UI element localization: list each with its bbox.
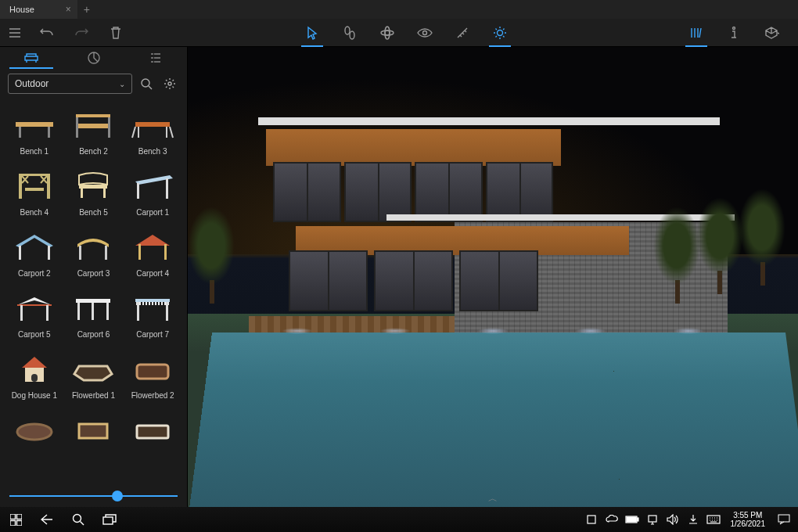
item-label: Bench 4 — [20, 208, 49, 219]
battery-icon[interactable] — [623, 507, 642, 532]
settings-button[interactable] — [160, 74, 179, 93]
orbit-tool[interactable] — [370, 19, 404, 47]
3d-view-toggle[interactable] — [754, 19, 789, 47]
keyboard-icon[interactable] — [704, 507, 723, 532]
item-thumbnail — [66, 103, 120, 147]
title-bar: House × + — [0, 0, 798, 19]
library-item[interactable]: Carport 7 — [124, 286, 181, 344]
search-button[interactable] — [137, 74, 156, 93]
onedrive-icon[interactable] — [602, 507, 621, 532]
pool-lights — [249, 328, 737, 336]
item-label: Carport 7 — [136, 330, 169, 341]
library-panel-toggle[interactable] — [679, 19, 714, 47]
menu-button[interactable] — [0, 19, 30, 47]
library-item[interactable]: Carport 5 — [6, 286, 63, 344]
library-item[interactable]: Dog House 1 — [6, 347, 63, 405]
item-label: Bench 5 — [79, 208, 108, 219]
svg-rect-37 — [46, 305, 49, 321]
svg-point-2 — [385, 31, 390, 35]
library-sidebar: Outdoor ⌄ Bench 1Bench 2Bench 3Bench 4Be… — [0, 47, 188, 507]
taskbar-clock[interactable]: 3:55 PM 1/26/2021 — [724, 511, 772, 528]
input-icon[interactable] — [684, 507, 703, 532]
library-item[interactable]: Carport 4 — [124, 225, 181, 283]
undo-button[interactable] — [30, 19, 64, 47]
thumbnail-size-slider[interactable] — [0, 485, 187, 507]
library-item[interactable]: Flowerbed 1 — [66, 347, 122, 405]
search-taskbar[interactable] — [63, 507, 94, 532]
svg-rect-25 — [137, 183, 139, 199]
library-item[interactable]: Bench 1 — [6, 103, 63, 161]
slider-track — [9, 495, 178, 497]
network-icon[interactable] — [643, 507, 662, 532]
library-item[interactable]: Bench 2 — [66, 103, 122, 161]
library-item[interactable] — [6, 408, 63, 466]
windows-taskbar: 3:55 PM 1/26/2021 — [0, 507, 798, 532]
date-text: 1/26/2021 — [731, 519, 766, 528]
tray-app-icon[interactable] — [582, 507, 601, 532]
furniture-tab[interactable] — [0, 47, 63, 69]
toolbar-right-group — [679, 19, 798, 47]
new-tab-button[interactable]: + — [77, 3, 96, 16]
library-grid: Bench 1Bench 2Bench 3Bench 4Bench 5Carpo… — [6, 103, 181, 466]
task-view-button[interactable] — [94, 507, 125, 532]
category-dropdown[interactable]: Outdoor ⌄ — [8, 74, 132, 94]
svg-rect-15 — [76, 117, 78, 138]
svg-marker-27 — [16, 235, 53, 247]
svg-rect-53 — [10, 514, 16, 519]
delete-button[interactable] — [99, 19, 133, 47]
library-item[interactable]: Flowerbed 2 — [124, 347, 181, 405]
slider-thumb[interactable] — [112, 491, 123, 501]
item-thumbnail — [126, 286, 179, 330]
materials-tab[interactable] — [63, 47, 125, 69]
svg-point-6 — [498, 30, 503, 35]
lighting-tool[interactable] — [483, 19, 517, 47]
3d-viewport[interactable]: ︿ — [188, 47, 798, 507]
svg-rect-49 — [137, 365, 168, 379]
library-item[interactable]: Carport 6 — [66, 286, 122, 344]
library-item[interactable]: Carport 2 — [6, 225, 63, 283]
library-item[interactable]: Carport 1 — [124, 164, 181, 222]
tree — [653, 194, 700, 304]
lower-windows — [289, 250, 538, 311]
item-thumbnail — [8, 286, 61, 330]
item-thumbnail — [66, 164, 120, 208]
library-item[interactable]: Bench 3 — [124, 103, 181, 161]
tab-title: House — [9, 5, 34, 14]
project-tree-tab[interactable] — [124, 47, 187, 69]
library-item[interactable]: Bench 4 — [6, 164, 63, 222]
svg-rect-44 — [166, 302, 168, 321]
item-thumbnail — [66, 347, 120, 391]
upper-windows — [273, 162, 553, 223]
svg-rect-38 — [76, 299, 110, 303]
item-thumbnail — [126, 347, 179, 391]
measure-tool[interactable] — [445, 19, 480, 47]
svg-point-1 — [350, 31, 354, 39]
panel-resize-handle[interactable]: ︿ — [488, 492, 498, 505]
look-tool[interactable] — [408, 19, 442, 47]
svg-rect-31 — [105, 246, 107, 260]
item-label: Carport 2 — [18, 269, 51, 280]
tree — [696, 185, 743, 294]
notifications-button[interactable] — [773, 507, 795, 532]
library-item[interactable] — [66, 408, 122, 466]
document-tab[interactable]: House × — [0, 0, 77, 19]
volume-icon[interactable] — [663, 507, 682, 532]
info-panel-toggle[interactable] — [717, 19, 751, 47]
walk-tool[interactable] — [332, 19, 367, 47]
library-item[interactable] — [124, 408, 181, 466]
item-thumbnail — [8, 103, 61, 147]
library-item[interactable]: Bench 5 — [66, 164, 122, 222]
filter-row: Outdoor ⌄ — [0, 69, 187, 99]
library-item[interactable]: Carport 3 — [66, 225, 122, 283]
tab-close-icon[interactable]: × — [66, 4, 71, 15]
app-window: House × + — [0, 0, 798, 507]
select-tool[interactable] — [295, 19, 329, 47]
start-button[interactable] — [0, 507, 31, 532]
redo-button[interactable] — [64, 19, 99, 47]
svg-point-8 — [142, 79, 149, 87]
svg-rect-18 — [19, 174, 22, 199]
tree — [739, 176, 785, 286]
svg-rect-61 — [637, 518, 638, 521]
back-button[interactable] — [31, 507, 63, 532]
item-thumbnail — [8, 408, 61, 452]
